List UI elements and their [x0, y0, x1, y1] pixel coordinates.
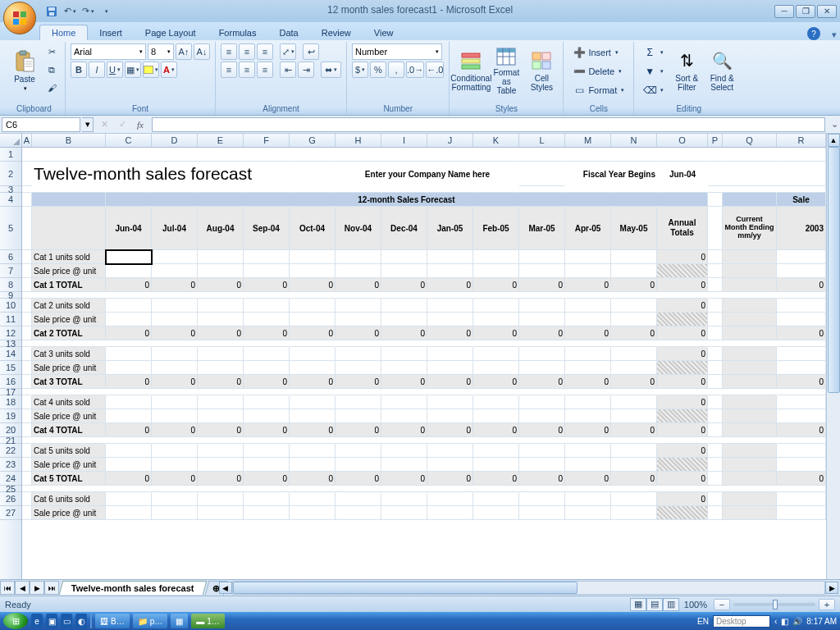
cell[interactable] [106, 506, 152, 520]
cell[interactable] [657, 264, 708, 278]
cell[interactable] [381, 347, 427, 361]
cell[interactable] [22, 264, 32, 278]
cell[interactable] [244, 299, 290, 313]
cell[interactable] [106, 395, 152, 409]
cell[interactable] [198, 409, 244, 423]
cell[interactable] [708, 389, 723, 395]
cell[interactable]: 0 [152, 278, 198, 292]
cell[interactable] [336, 409, 381, 423]
cell[interactable]: 0 [519, 423, 565, 437]
cell[interactable] [708, 458, 723, 472]
cell[interactable]: 2003 [777, 207, 826, 250]
cell[interactable] [723, 186, 777, 193]
close-button[interactable]: ✕ [817, 5, 837, 18]
cell[interactable] [22, 437, 32, 444]
save-icon[interactable] [44, 4, 59, 19]
qat-customize-icon[interactable]: ▾ [98, 4, 113, 19]
cell[interactable] [723, 292, 777, 299]
col-header-G[interactable]: G [290, 134, 336, 147]
cell[interactable]: 0 [244, 423, 290, 437]
cell[interactable]: Twelve-month sales forecast [32, 162, 336, 186]
tray-icon-1[interactable]: ◧ [781, 617, 788, 626]
cell[interactable]: Jan-05 [427, 207, 473, 250]
cell[interactable] [336, 492, 381, 506]
cell[interactable]: Current Month Ending mm/yy [723, 207, 777, 250]
cell[interactable] [708, 409, 723, 423]
cell[interactable]: Fiscal Year Begins [565, 162, 657, 186]
cell[interactable] [22, 458, 32, 472]
cell[interactable] [427, 250, 473, 264]
cell[interactable]: 0 [611, 375, 657, 389]
cell[interactable] [723, 278, 777, 292]
comma-button[interactable]: , [388, 62, 404, 78]
cell[interactable] [427, 437, 473, 444]
cell[interactable] [152, 299, 198, 313]
cell[interactable]: 0 [290, 375, 336, 389]
cell[interactable] [290, 444, 336, 458]
cell[interactable] [473, 313, 519, 326]
cell[interactable] [777, 186, 826, 193]
cell[interactable]: 0 [519, 375, 565, 389]
cell[interactable] [290, 313, 336, 326]
cell[interactable]: 0 [657, 326, 708, 340]
cell[interactable] [473, 458, 519, 472]
cell[interactable] [198, 313, 244, 326]
cell[interactable] [565, 409, 611, 423]
cell[interactable] [152, 264, 198, 278]
cell[interactable] [723, 148, 777, 162]
cell[interactable] [519, 148, 565, 162]
row-header-4[interactable]: 4 [0, 193, 21, 207]
cell[interactable] [152, 347, 198, 361]
row-header-25[interactable]: 25 [0, 486, 21, 492]
cell[interactable] [777, 395, 826, 409]
cell[interactable] [381, 437, 427, 444]
cell[interactable] [381, 361, 427, 375]
cell[interactable] [565, 148, 611, 162]
cell[interactable]: Feb-05 [473, 207, 519, 250]
row-header-1[interactable]: 1 [0, 148, 21, 162]
find-select-button[interactable]: 🔍Find & Select [705, 43, 738, 98]
worksheet[interactable]: ABCDEFGHIJKLMNOPQR 123456789101112131415… [0, 134, 840, 596]
cell[interactable] [777, 148, 826, 162]
cell[interactable] [519, 250, 565, 264]
cell[interactable] [611, 506, 657, 520]
cell[interactable] [708, 207, 723, 250]
cell[interactable]: 0 [473, 423, 519, 437]
cell[interactable] [32, 486, 106, 492]
cell[interactable] [32, 389, 106, 395]
cell[interactable] [473, 409, 519, 423]
page-layout-view-button[interactable]: ▤ [646, 598, 663, 611]
cell[interactable] [106, 264, 152, 278]
start-button[interactable]: ⊞ [3, 613, 28, 629]
cell[interactable] [198, 458, 244, 472]
zoom-in-button[interactable]: + [819, 599, 835, 610]
cell[interactable] [336, 299, 381, 313]
cell[interactable]: Nov-04 [336, 207, 381, 250]
cell[interactable]: 0 [152, 326, 198, 340]
cell[interactable] [290, 347, 336, 361]
cell[interactable] [723, 409, 777, 423]
cell[interactable] [244, 444, 290, 458]
cell[interactable] [22, 389, 32, 395]
select-all-button[interactable] [0, 134, 22, 148]
font-size-select[interactable]: 8▾ [148, 43, 174, 60]
cell[interactable] [22, 492, 32, 506]
cell[interactable] [611, 186, 657, 193]
cell[interactable] [152, 506, 198, 520]
row-header-18[interactable]: 18 [0, 395, 21, 409]
cell[interactable]: 0 [336, 423, 381, 437]
align-center-button[interactable]: ≡ [239, 62, 255, 78]
cell[interactable] [290, 395, 336, 409]
cell[interactable] [777, 313, 826, 326]
cell[interactable] [152, 444, 198, 458]
restore-button[interactable]: ❐ [796, 5, 815, 18]
page-break-view-button[interactable]: ▥ [663, 598, 679, 611]
cell[interactable]: 0 [381, 472, 427, 486]
cell[interactable]: 0 [427, 423, 473, 437]
tab-review[interactable]: Review [310, 25, 363, 40]
cell[interactable] [22, 148, 32, 162]
cell[interactable]: 0 [519, 326, 565, 340]
cell[interactable]: 0 [152, 375, 198, 389]
row-header-17[interactable]: 17 [0, 389, 21, 395]
cell[interactable] [198, 250, 244, 264]
